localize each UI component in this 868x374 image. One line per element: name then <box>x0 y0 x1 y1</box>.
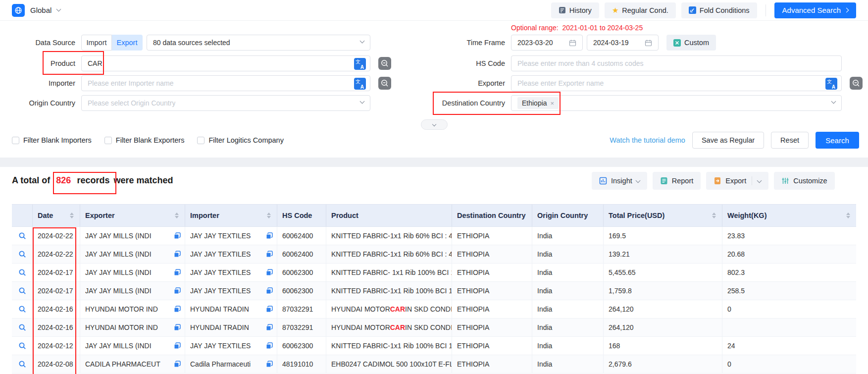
cell-destination-country: ETHIOPIA <box>452 300 532 319</box>
region-selector[interactable]: Global <box>12 4 60 17</box>
customize-button[interactable]: Customize <box>774 172 835 190</box>
row-search-icon[interactable] <box>18 232 26 240</box>
fuzzy-match-icon[interactable] <box>850 77 863 90</box>
sort-icon[interactable] <box>170 213 179 218</box>
import-toggle[interactable]: Import <box>81 35 112 51</box>
chevron-down-icon <box>360 99 365 104</box>
sort-icon[interactable] <box>707 213 716 218</box>
copy-icon[interactable] <box>263 342 273 349</box>
hs-code-input[interactable] <box>517 59 835 67</box>
copy-icon[interactable] <box>171 251 181 258</box>
hs-code-input-wrap <box>511 55 842 71</box>
cell-hs-code: 60062400 <box>277 227 326 245</box>
row-search-icon[interactable] <box>18 323 26 331</box>
chevron-down-icon[interactable] <box>757 178 762 183</box>
column-header-total-price-usd[interactable]: Total Price(USD) <box>604 205 722 226</box>
cell-weight: 23.83 <box>722 227 856 245</box>
copy-icon[interactable] <box>263 269 273 276</box>
copy-icon[interactable] <box>263 306 273 313</box>
column-header-label: Product <box>331 212 358 219</box>
row-search-icon[interactable] <box>18 342 26 350</box>
copy-icon[interactable] <box>263 251 273 258</box>
column-header-exporter[interactable]: Exporter <box>80 205 185 226</box>
copy-icon[interactable] <box>171 306 181 313</box>
filter-blank-exporters-checkbox[interactable]: Filter Blank Exporters <box>104 136 185 144</box>
collapse-form-button[interactable] <box>421 119 448 130</box>
cell-detail <box>12 355 33 374</box>
copy-icon[interactable] <box>263 232 273 239</box>
export-icon <box>714 177 721 185</box>
cell-destination-country: ETHIOPIA <box>452 355 532 374</box>
copy-icon[interactable] <box>171 342 181 349</box>
column-header-importer[interactable]: Importer <box>185 205 277 226</box>
advanced-search-label: Advanced Search <box>782 6 841 14</box>
column-header-label: Date <box>38 212 53 219</box>
reset-button[interactable]: Reset <box>771 132 809 149</box>
sort-icon[interactable] <box>841 213 850 218</box>
end-date-input[interactable]: 2024-03-19 <box>587 35 659 51</box>
report-button[interactable]: Report <box>653 172 701 190</box>
fuzzy-match-icon[interactable] <box>378 77 391 90</box>
row-search-icon[interactable] <box>18 287 26 295</box>
data-source-select[interactable]: 80 data sources selected <box>147 35 370 51</box>
search-button[interactable]: Search <box>816 132 859 149</box>
row-search-icon[interactable] <box>18 268 26 276</box>
remove-tag-icon[interactable]: × <box>551 100 555 107</box>
checkbox-icon <box>197 137 204 144</box>
product-input[interactable] <box>88 59 364 67</box>
cell-product: KNITTED FABRIC-1x1 Rib 60% BCI : 4 <box>326 227 452 245</box>
column-header-hs-code: HS Code <box>277 205 326 226</box>
export-toggle[interactable]: Export <box>112 35 143 51</box>
cell-importer: JAY JAY TEXTILES <box>185 245 277 264</box>
copy-icon[interactable] <box>263 287 273 294</box>
filter-logitics-company-checkbox[interactable]: Filter Logitics Company <box>197 136 284 144</box>
row-search-icon[interactable] <box>18 250 26 258</box>
translate-icon[interactable]: 文A <box>825 78 837 90</box>
column-header-weight-kg[interactable]: Weight(KG) <box>722 205 856 226</box>
advanced-search-button[interactable]: Advanced Search <box>774 2 856 18</box>
importer-input[interactable] <box>88 79 364 87</box>
tutorial-demo-link[interactable]: Watch the tutorial demo <box>610 136 685 144</box>
copy-icon[interactable] <box>171 324 181 331</box>
cell-detail <box>12 264 33 282</box>
data-source-label: Data Source <box>12 39 75 47</box>
sort-icon[interactable] <box>262 213 271 218</box>
cell-exporter-text: JAY JAY MILLS (INDI <box>85 250 152 258</box>
destination-country-select[interactable]: Ethiopia × <box>511 95 842 111</box>
chevron-down-icon <box>56 7 61 12</box>
sort-icon[interactable] <box>65 213 74 218</box>
history-button[interactable]: History <box>551 2 599 18</box>
cell-destination-country: ETHIOPIA <box>452 337 532 355</box>
fuzzy-match-icon[interactable] <box>378 57 391 70</box>
row-search-icon[interactable] <box>18 305 26 313</box>
divider <box>766 4 766 16</box>
cell-exporter-text: CADILA PHARMACEUT <box>85 360 160 368</box>
table-row: 2024-02-22JAY JAY MILLS (INDIJAY JAY TEX… <box>12 227 856 245</box>
highlighted-search-term: CAR <box>390 305 405 313</box>
fold-conditions-button[interactable]: Fold Conditions <box>681 2 757 18</box>
cell-date: 2024-02-08 <box>33 355 80 374</box>
exporter-input[interactable] <box>517 79 835 87</box>
cell-date: 2024-02-17 <box>33 264 80 282</box>
custom-range-button[interactable]: Custom <box>666 35 716 51</box>
cell-exporter-text: HYUNDAI MOTOR IND <box>85 305 158 313</box>
row-search-icon[interactable] <box>18 360 26 368</box>
copy-icon[interactable] <box>263 324 273 331</box>
copy-icon[interactable] <box>263 361 273 368</box>
copy-icon[interactable] <box>171 232 181 239</box>
copy-icon[interactable] <box>171 287 181 294</box>
origin-country-select[interactable]: Please select Origin Country <box>81 95 370 111</box>
column-header-date[interactable]: Date <box>33 205 80 226</box>
insight-button[interactable]: Insight <box>592 172 647 190</box>
cell-date: 2024-02-17 <box>33 282 80 300</box>
translate-icon[interactable]: 文A <box>354 58 366 70</box>
start-date-input[interactable]: 2023-03-20 <box>511 35 583 51</box>
table-row: 2024-02-16HYUNDAI MOTOR INDHYUNDAI TRADI… <box>12 319 856 337</box>
copy-icon[interactable] <box>171 269 181 276</box>
translate-icon[interactable]: 文A <box>354 78 366 90</box>
save-as-regular-button[interactable]: Save as Regular <box>692 132 764 149</box>
export-button[interactable]: Export <box>706 172 768 190</box>
regular-cond-button[interactable]: ★ Regular Cond. <box>605 2 676 18</box>
copy-icon[interactable] <box>171 361 181 368</box>
filter-blank-importers-checkbox[interactable]: Filter Blank Importers <box>12 136 92 144</box>
